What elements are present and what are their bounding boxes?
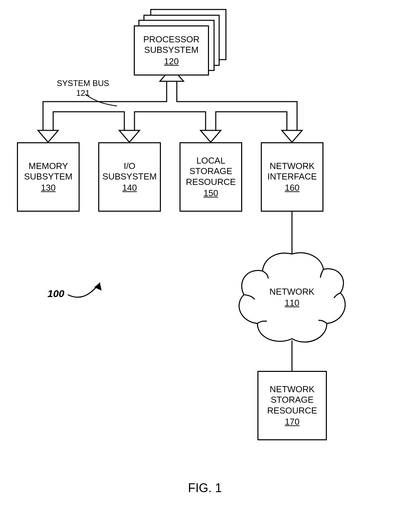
block-ref: 130 xyxy=(41,183,56,193)
svg-marker-7 xyxy=(282,130,302,142)
label-text: SYSTEM BUS xyxy=(56,79,110,88)
block-ref: 140 xyxy=(122,183,137,193)
block-network-interface: NETWORK INTERFACE 160 xyxy=(261,142,323,212)
block-local-storage: LOCAL STORAGE RESOURCE 150 xyxy=(180,142,242,212)
block-processor-subsystem: PROCESSOR SUBSYSTEM 120 xyxy=(134,25,209,76)
block-title: I/O SUBSYSTEM xyxy=(101,161,159,182)
block-ref: 170 xyxy=(285,417,299,427)
block-title: NETWORK xyxy=(268,286,316,297)
block-ref: 150 xyxy=(204,188,218,198)
block-title: NETWORK INTERFACE xyxy=(263,161,321,182)
block-memory-subsystem: MEMORY SUBSYTEM 130 xyxy=(17,142,80,212)
label-ref: 121 xyxy=(56,88,110,98)
block-title: LOCAL STORAGE RESOURCE xyxy=(182,155,240,187)
connectors-svg xyxy=(0,0,420,506)
label-system-bus: SYSTEM BUS 121 xyxy=(56,79,110,98)
svg-marker-5 xyxy=(119,130,140,142)
block-title: MEMORY SUBSYTEM xyxy=(19,161,77,182)
block-io-subsystem: I/O SUBSYSTEM 140 xyxy=(98,142,161,212)
block-network-storage: NETWORK STORAGE RESOURCE 170 xyxy=(257,371,327,440)
svg-marker-4 xyxy=(38,130,58,142)
figure-pointer-ref: 100 xyxy=(47,288,64,299)
block-ref: 160 xyxy=(285,183,299,193)
svg-marker-6 xyxy=(201,130,221,142)
block-title: NETWORK STORAGE RESOURCE xyxy=(260,384,324,416)
block-title: PROCESSOR SUBSYSTEM xyxy=(136,34,207,55)
block-ref: 120 xyxy=(164,56,178,67)
block-network-cloud: NETWORK 110 xyxy=(268,286,316,308)
svg-marker-8 xyxy=(94,283,102,291)
block-ref: 110 xyxy=(268,297,316,309)
figure-caption: FIG. 1 xyxy=(188,481,222,495)
diagram-canvas: PROCESSOR SUBSYSTEM 120 MEMORY SUBSYTEM … xyxy=(0,0,420,506)
